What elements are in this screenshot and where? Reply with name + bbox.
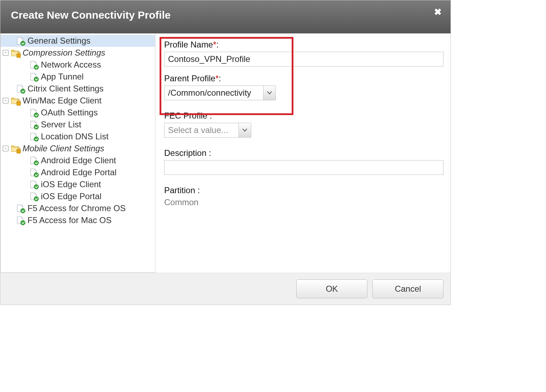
- document-check-icon: [29, 61, 38, 69]
- tree-item[interactable]: iOS Edge Client: [1, 178, 155, 190]
- folder-icon: [11, 97, 20, 105]
- tree-item-label: Server List: [40, 120, 81, 129]
- document-check-icon: [29, 156, 38, 165]
- tree-expander-icon[interactable]: -: [3, 50, 8, 56]
- parent-profile-label: Parent Profile*:: [164, 74, 443, 83]
- document-check-icon: [29, 120, 38, 129]
- tree-item-label: Compression Settings: [22, 48, 105, 58]
- chevron-down-icon: [263, 86, 275, 100]
- tree-item-label: OAuth Settings: [40, 108, 98, 118]
- dialog-footer: OK Cancel: [0, 273, 451, 305]
- tree-item[interactable]: Android Edge Portal: [1, 166, 155, 178]
- tree-item-label: Mobile Client Settings: [22, 144, 104, 153]
- tree-item[interactable]: -Win/Mac Edge Client: [1, 95, 155, 107]
- tree-item-label: iOS Edge Client: [40, 179, 101, 189]
- folder-icon: [11, 145, 20, 152]
- field-partition: Partition : Common: [164, 185, 443, 207]
- parent-profile-select[interactable]: /Common/connectivity: [164, 86, 276, 100]
- chevron-down-icon: [238, 123, 251, 137]
- profile-name-input[interactable]: [164, 52, 443, 67]
- document-check-icon: [29, 168, 38, 177]
- tree-item-label: F5 Access for Chrome OS: [27, 203, 126, 213]
- fec-profile-label: FEC Profile :: [164, 111, 443, 121]
- document-check-icon: [29, 192, 38, 201]
- fec-profile-select[interactable]: Select a value...: [164, 123, 251, 138]
- form-panel: Profile Name*: Parent Profile*: /Common/…: [155, 33, 451, 273]
- dialog-body: General Settings-Compression SettingsNet…: [0, 33, 451, 273]
- field-parent-profile: Parent Profile*: /Common/connectivity: [164, 74, 443, 100]
- dialog-title: Create New Connectivity Profile: [11, 9, 440, 21]
- sidebar-tree: General Settings-Compression SettingsNet…: [0, 33, 155, 273]
- tree-item-label: Win/Mac Edge Client: [22, 96, 101, 106]
- tree-item[interactable]: General Settings: [1, 35, 155, 47]
- close-icon[interactable]: ✖: [434, 7, 442, 18]
- tree-item[interactable]: -Compression Settings: [1, 47, 155, 59]
- document-check-icon: [15, 204, 25, 213]
- document-check-icon: [15, 37, 25, 45]
- tree-item-label: App Tunnel: [40, 72, 83, 82]
- dialog-header: Create New Connectivity Profile ✖: [0, 0, 451, 33]
- tree-item[interactable]: Network Access: [1, 59, 155, 71]
- folder-icon: [11, 49, 20, 57]
- document-check-icon: [15, 216, 25, 225]
- ok-button[interactable]: OK: [296, 279, 367, 298]
- tree-expander-icon[interactable]: -: [3, 98, 8, 103]
- tree-item-label: Android Edge Portal: [40, 167, 117, 177]
- tree-item-label: General Settings: [27, 36, 91, 46]
- tree-item-label: Location DNS List: [40, 132, 108, 141]
- document-check-icon: [15, 84, 25, 93]
- description-label: Description :: [164, 148, 443, 158]
- partition-value: Common: [164, 197, 443, 207]
- dialog: Create New Connectivity Profile ✖ Genera…: [0, 0, 451, 305]
- tree-item[interactable]: Server List: [1, 119, 155, 131]
- cancel-button[interactable]: Cancel: [372, 279, 443, 298]
- field-description: Description :: [164, 148, 443, 175]
- document-check-icon: [29, 108, 38, 117]
- tree-item[interactable]: F5 Access for Mac OS: [1, 214, 155, 226]
- tree-item[interactable]: Citrix Client Settings: [1, 83, 155, 95]
- tree-item-label: F5 Access for Mac OS: [27, 215, 112, 225]
- tree-item[interactable]: OAuth Settings: [1, 107, 155, 119]
- tree-item[interactable]: Location DNS List: [1, 131, 155, 143]
- partition-label: Partition :: [164, 185, 443, 195]
- document-check-icon: [29, 180, 38, 189]
- tree-item-label: Network Access: [40, 60, 101, 70]
- field-fec-profile: FEC Profile : Select a value...: [164, 111, 443, 138]
- tree-item-label: Android Edge Client: [40, 156, 116, 165]
- profile-name-label: Profile Name*:: [164, 40, 443, 50]
- description-input[interactable]: [164, 160, 443, 175]
- tree-expander-icon[interactable]: -: [3, 146, 8, 151]
- tree-item[interactable]: App Tunnel: [1, 71, 155, 83]
- tree-item[interactable]: iOS Edge Portal: [1, 190, 155, 202]
- tree-item[interactable]: -Mobile Client Settings: [1, 143, 155, 154]
- tree-item[interactable]: Android Edge Client: [1, 154, 155, 166]
- document-check-icon: [29, 72, 38, 81]
- document-check-icon: [29, 132, 38, 141]
- tree-item-label: Citrix Client Settings: [27, 84, 104, 94]
- tree-item[interactable]: F5 Access for Chrome OS: [1, 202, 155, 214]
- field-profile-name: Profile Name*:: [164, 40, 443, 67]
- tree-item-label: iOS Edge Portal: [40, 191, 101, 201]
